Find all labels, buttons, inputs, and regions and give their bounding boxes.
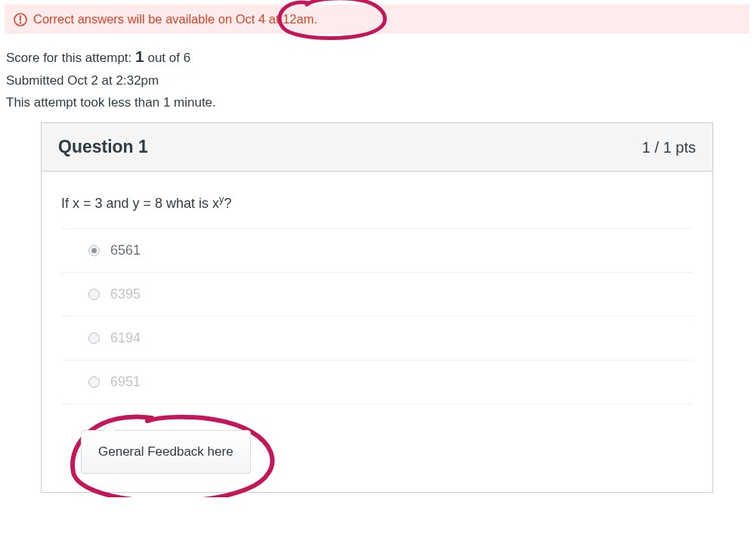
prompt-prefix: If x = 3 and y = 8 what is x (61, 196, 219, 211)
question-points: 1 / 1 pts (642, 139, 696, 156)
attempt-submitted-line: Submitted Oct 2 at 2:32pm (6, 70, 749, 92)
alert-info-icon (14, 13, 27, 26)
radio-icon (88, 289, 100, 300)
answer-option[interactable]: 6395 (61, 273, 693, 317)
attempt-duration-line: This attempt took less than 1 minute. (6, 92, 749, 114)
answer-option[interactable]: 6194 (61, 317, 693, 360)
answer-label: 6194 (110, 330, 141, 346)
score-earned: 1 (135, 48, 144, 65)
prompt-suffix: ? (224, 196, 231, 211)
question-header: Question 1 1 / 1 pts (42, 123, 712, 172)
general-feedback-bubble: General Feedback here (81, 430, 251, 474)
question-card: Question 1 1 / 1 pts If x = 3 and y = 8 … (41, 122, 713, 493)
correct-answers-alert: Correct answers will be available on Oct… (5, 5, 749, 34)
attempt-meta: Score for this attempt: 1 out of 6 Submi… (5, 34, 749, 118)
answers-list: 6561639561946951 (61, 228, 693, 404)
score-suffix: out of 6 (144, 51, 190, 65)
alert-text: Correct answers will be available on Oct… (33, 12, 317, 26)
score-prefix: Score for this attempt: (6, 51, 135, 65)
answer-label: 6951 (110, 374, 141, 390)
answer-option[interactable]: 6951 (61, 360, 693, 404)
radio-icon (88, 333, 100, 344)
feedback-text: General Feedback here (98, 444, 233, 459)
answer-label: 6395 (110, 286, 141, 302)
svg-point-2 (20, 22, 21, 23)
question-title: Question 1 (58, 137, 148, 157)
answer-label: 6561 (110, 243, 141, 258)
question-prompt: If x = 3 and y = 8 what is xy? (61, 194, 693, 228)
answer-option[interactable]: 6561 (61, 229, 693, 273)
radio-icon (88, 245, 100, 256)
radio-icon (88, 376, 100, 388)
attempt-score-line: Score for this attempt: 1 out of 6 (6, 43, 749, 70)
